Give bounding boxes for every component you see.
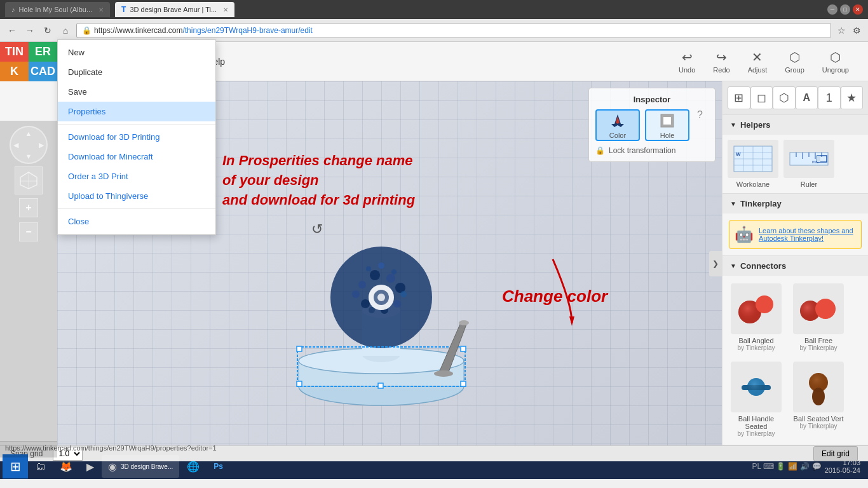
tab-tinkercad[interactable]: T 3D design Brave Amur | Ti... ✕ [115, 2, 234, 17]
taskbar-chrome[interactable]: ◉ 3D design Brave... [102, 455, 179, 478]
media-icon: ▶ [86, 461, 94, 473]
right-sidebar: ⊞ ◻ ⬡ A 1 ★ ▼ Helpers [722, 81, 868, 445]
maximize-button[interactable]: □ [840, 4, 850, 15]
sidebar-collapse-arrow[interactable]: ❯ [709, 251, 722, 276]
bookmark-star-icon[interactable]: ☆ [835, 24, 848, 37]
taskbar-firefox[interactable]: 🦊 [53, 455, 79, 478]
view-cube[interactable] [15, 166, 43, 194]
view-rotate-control[interactable]: ▲ ▼ ◀ ▶ [10, 126, 48, 164]
svg-point-13 [386, 274, 395, 283]
ball-free-item[interactable]: Ball Free by Tinkerplay [790, 281, 847, 354]
dropdown-download-mc[interactable]: Download for Minecraft [58, 147, 215, 166]
start-button[interactable]: ⊞ [3, 454, 28, 478]
tab-music[interactable]: ♪ Hole In My Soul (Albu... ✕ [5, 2, 110, 17]
reload-button[interactable]: ↻ [41, 24, 55, 37]
ruler-svg: mm [787, 143, 831, 175]
undo-button[interactable]: ↩ Undo [670, 46, 704, 78]
dropdown-duplicate[interactable]: Duplicate [58, 62, 215, 82]
grid-view-icon[interactable]: ⊞ [728, 86, 750, 109]
hole-button[interactable]: Hole [645, 109, 689, 141]
svg-point-60 [815, 299, 836, 319]
lock-icon: 🔒 [595, 146, 605, 155]
chrome-icon: ◉ [108, 461, 117, 473]
tray-volume: 🔊 [800, 461, 810, 471]
dropdown-properties[interactable]: Properties [58, 102, 215, 121]
zoom-in-button[interactable]: + [19, 198, 38, 217]
nav-panel: ▲ ▼ ◀ ▶ + − [0, 121, 57, 458]
svg-point-21 [378, 262, 384, 269]
tinkerplay-header[interactable]: ▼ Tinkerplay [722, 194, 868, 214]
design-object[interactable]: ↺ [273, 234, 489, 412]
logo-tin: TIN [0, 42, 29, 62]
helpers-grid: W Workolane [722, 135, 868, 193]
dropdown-download-3d[interactable]: Download for 3D Printing [58, 127, 215, 147]
ruler-item[interactable]: mm Ruler [783, 140, 834, 188]
svg-point-18 [352, 290, 360, 298]
window-controls: ─ □ ✕ [827, 4, 863, 15]
workolane-item[interactable]: W Workolane [728, 140, 778, 188]
annotation-line3: and download for 3d printing [222, 191, 415, 210]
zoom-out-button[interactable]: − [19, 222, 38, 241]
taskbar-media[interactable]: ▶ [80, 455, 100, 478]
workolane-label: Workolane [736, 180, 770, 188]
address-bar[interactable]: 🔒 https://www.tinkercad.com/things/en29T… [76, 23, 831, 38]
extensions-icon[interactable]: ⚙ [850, 24, 863, 37]
taskbar-network[interactable]: 🌐 [180, 455, 206, 478]
design-svg [273, 234, 489, 412]
inspector-help-icon[interactable]: ? [697, 109, 703, 121]
dropdown-upload[interactable]: Upload to Thingiverse [58, 186, 215, 206]
tinkerplay-banner: 🤖 Learn about these shapes and Autodesk … [729, 220, 862, 249]
letter-a-icon[interactable]: A [796, 86, 818, 109]
sidebar-header-icons: ⊞ ◻ ⬡ A 1 ★ [722, 81, 868, 115]
hole-label: Hole [660, 132, 675, 139]
star-icon[interactable]: ★ [841, 86, 864, 109]
tab-tinkercad-close[interactable]: ✕ [223, 6, 228, 13]
minimize-button[interactable]: ─ [827, 4, 837, 15]
taskbar-right: PL ⌨ 🔋 📶 🔊 💬 17:03 2015-05-24 [752, 459, 865, 474]
ruler-label: Ruler [801, 180, 817, 188]
dropdown-order[interactable]: Order a 3D Print [58, 166, 215, 186]
nav-right-icon: ▶ [39, 141, 44, 149]
dropdown-close[interactable]: Close [58, 212, 215, 231]
ungroup-button[interactable]: ⬡ Ungroup [813, 46, 858, 78]
helpers-section: ▼ Helpers [722, 115, 868, 194]
toolbar-icons: ↩ Undo ↪ Redo ✕ Adjust ⬡ Group ⬡ Ungroup [670, 46, 868, 78]
forward-button[interactable]: → [23, 24, 37, 37]
helpers-header[interactable]: ▼ Helpers [722, 115, 868, 135]
svg-rect-30 [297, 381, 302, 386]
adjust-button[interactable]: ✕ Adjust [739, 46, 776, 78]
number-1-icon[interactable]: 1 [818, 86, 841, 109]
ball-angled-preview [731, 283, 782, 334]
home-button[interactable]: ⌂ [58, 24, 72, 37]
taskbar-explorer[interactable]: 🗂 [29, 455, 52, 478]
svg-rect-31 [461, 381, 466, 386]
shape-view-icon[interactable]: ⬡ [773, 86, 796, 109]
tab-music-close[interactable]: ✕ [98, 6, 104, 13]
box-view-icon[interactable]: ◻ [750, 86, 773, 109]
redo-button[interactable]: ↪ Redo [704, 46, 738, 78]
color-button[interactable]: Color [595, 109, 640, 141]
ball-seated-name: Ball Seated Vert [794, 415, 844, 423]
ball-angled-item[interactable]: Ball Angled by Tinkerplay [728, 281, 785, 354]
rotate-handle[interactable]: ↺ [311, 221, 323, 238]
connectors-section: ▼ Connectors [722, 256, 868, 445]
dropdown-new[interactable]: New [58, 43, 215, 62]
ball-handle-author: by Tinkerplay [738, 430, 775, 437]
color-label: Color [609, 132, 626, 139]
back-button[interactable]: ← [5, 24, 19, 37]
group-button[interactable]: ⬡ Group [776, 46, 813, 78]
group-icon: ⬡ [789, 50, 800, 65]
tab-tinkercad-label: 3D design Brave Amur | Ti... [130, 6, 217, 13]
tray-keyboard: ⌨ [764, 461, 774, 471]
connectors-header[interactable]: ▼ Connectors [722, 256, 868, 276]
ball-handle-item[interactable]: Ball Handle Seated by Tinkerplay [728, 359, 785, 440]
ball-seated-item[interactable]: Ball Seated Vert by Tinkerplay [790, 359, 847, 440]
browser-toolbar: ← → ↻ ⌂ 🔒 https://www.tinkercad.com/thin… [0, 19, 868, 42]
adjust-label: Adjust [748, 66, 768, 74]
tinkerplay-link[interactable]: Learn about these shapes and Autodesk Ti… [759, 227, 853, 242]
dropdown-save[interactable]: Save [58, 82, 215, 102]
redo-label: Redo [713, 66, 729, 74]
ball-handle-preview [731, 362, 782, 412]
taskbar-photoshop[interactable]: Ps [207, 455, 229, 478]
close-button[interactable]: ✕ [853, 4, 863, 15]
